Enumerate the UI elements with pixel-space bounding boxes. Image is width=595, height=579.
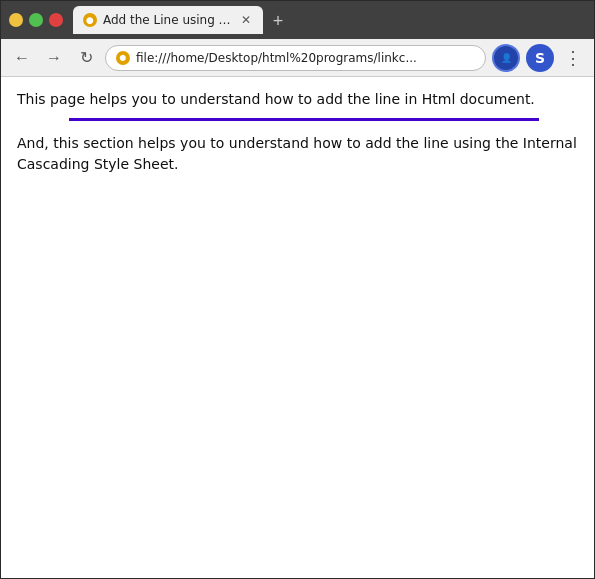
maximize-button[interactable] [29, 13, 43, 27]
tab-favicon-icon: ● [83, 13, 97, 27]
paragraph-2: And, this section helps you to understan… [17, 133, 578, 175]
browser-window: ● Add the Line using Intern ✕ + ← → ↻ ● … [0, 0, 595, 579]
new-tab-button[interactable]: + [265, 8, 291, 34]
tab-close-button[interactable]: ✕ [239, 13, 253, 27]
window-controls [9, 13, 63, 27]
active-tab[interactable]: ● Add the Line using Intern ✕ [73, 6, 263, 34]
back-button[interactable]: ← [9, 45, 35, 71]
profile-button[interactable]: S [526, 44, 554, 72]
address-text: file:///home/Desktop/html%20programs/lin… [136, 51, 475, 65]
title-bar: ● Add the Line using Intern ✕ + [1, 1, 594, 39]
address-favicon-icon: ● [116, 51, 130, 65]
reload-button[interactable]: ↻ [73, 45, 99, 71]
close-button[interactable] [49, 13, 63, 27]
horizontal-rule [69, 118, 539, 121]
tab-bar: ● Add the Line using Intern ✕ + [73, 6, 586, 34]
navigation-bar: ← → ↻ ● file:///home/Desktop/html%20prog… [1, 39, 594, 77]
account-icon-button[interactable]: 👤 [492, 44, 520, 72]
forward-button[interactable]: → [41, 45, 67, 71]
menu-button[interactable]: ⋮ [560, 45, 586, 71]
page-content: This page helps you to understand how to… [1, 77, 594, 578]
minimize-button[interactable] [9, 13, 23, 27]
tab-title: Add the Line using Intern [103, 13, 233, 27]
address-bar[interactable]: ● file:///home/Desktop/html%20programs/l… [105, 45, 486, 71]
paragraph-1: This page helps you to understand how to… [17, 89, 578, 110]
